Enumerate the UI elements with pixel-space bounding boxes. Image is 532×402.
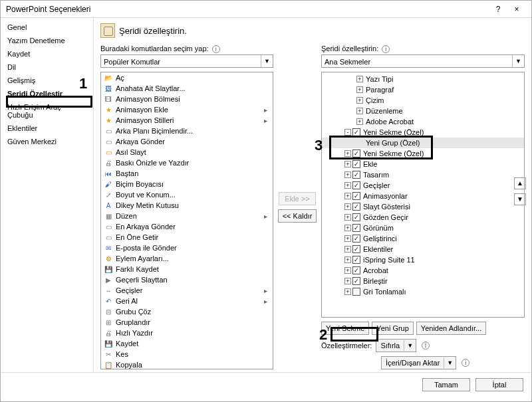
- command-item[interactable]: ⏮Baştan: [101, 168, 273, 179]
- tree-row[interactable]: +Yazı Tipi: [322, 74, 524, 84]
- checkbox[interactable]: ✓: [352, 181, 360, 189]
- command-item[interactable]: 📂Aç: [101, 72, 273, 83]
- expand-icon[interactable]: +: [344, 182, 351, 189]
- checkbox[interactable]: ✓: [352, 224, 360, 232]
- expand-icon[interactable]: +: [344, 288, 351, 295]
- checkbox[interactable]: [352, 288, 360, 296]
- reset-button[interactable]: Sıfırla ▼: [376, 339, 416, 352]
- tree-row[interactable]: +Çizim: [322, 95, 524, 106]
- remove-button[interactable]: << Kaldır: [278, 209, 317, 223]
- sidebar-item[interactable]: Hızlı Erişim Araç Çubuğu: [1, 100, 93, 122]
- checkbox[interactable]: ✓: [352, 256, 360, 264]
- sidebar-item[interactable]: Yazım Denetleme: [1, 34, 93, 47]
- tree-row[interactable]: +✓Eklentiler: [322, 244, 524, 254]
- command-item[interactable]: ⚙Eylem Ayarları...: [101, 253, 273, 264]
- expand-icon[interactable]: +: [356, 108, 363, 114]
- help-icon[interactable]: i: [422, 342, 430, 350]
- checkbox[interactable]: ✓: [352, 160, 360, 168]
- expand-icon[interactable]: +: [344, 246, 351, 252]
- sidebar-item[interactable]: Gelişmiş: [1, 74, 93, 87]
- add-button[interactable]: Ekle >>: [279, 192, 316, 205]
- expand-icon[interactable]: +: [344, 267, 351, 274]
- tree-row[interactable]: +Paragraf: [322, 84, 524, 95]
- move-up-button[interactable]: ▲: [514, 177, 526, 189]
- command-item[interactable]: ✂Kes: [101, 349, 273, 359]
- command-item[interactable]: 💾Kaydet: [101, 338, 273, 349]
- expand-icon[interactable]: +: [344, 171, 351, 178]
- command-item[interactable]: ▭Asıl Slayt: [101, 147, 273, 157]
- checkbox[interactable]: ✓: [352, 128, 360, 136]
- command-item[interactable]: ✉E-posta ile Gönder: [101, 243, 273, 253]
- tree-row[interactable]: +✓Geliştirinci: [322, 233, 524, 244]
- command-item[interactable]: 🖨Hızlı Yazdır: [101, 328, 273, 338]
- sidebar-item[interactable]: Güven Merkezi: [1, 135, 93, 148]
- checkbox[interactable]: ✓: [352, 245, 360, 253]
- help-button[interactable]: ?: [489, 1, 507, 18]
- checkbox[interactable]: ✓: [352, 203, 360, 211]
- rename-button[interactable]: Yeniden Adlandır...: [416, 322, 486, 335]
- import-export-button[interactable]: İçeri/Dışarı Aktar ▼: [381, 356, 456, 369]
- sidebar-item[interactable]: Genel: [1, 21, 93, 34]
- checkbox[interactable]: ✓: [352, 150, 360, 157]
- tree-row[interactable]: +✓Tasarım: [322, 169, 524, 180]
- help-icon[interactable]: i: [382, 45, 390, 53]
- expand-icon[interactable]: +: [356, 97, 363, 104]
- command-item[interactable]: ADikey Metin Kutusu: [101, 200, 273, 211]
- cancel-button[interactable]: İptal: [475, 378, 523, 391]
- command-item[interactable]: ▶Geçerli Slayttan: [101, 274, 273, 285]
- command-item[interactable]: 📋Kopyala: [101, 359, 273, 369]
- checkbox[interactable]: ✓: [352, 213, 360, 221]
- command-item[interactable]: 🖼Anahata Ait Slaytlar...: [101, 83, 273, 94]
- tree-row[interactable]: +✓Acrobat: [322, 265, 524, 276]
- ribbon-tree[interactable]: +Yazı Tipi+Paragraf+Çizim+Düzenleme+Adob…: [321, 72, 525, 318]
- command-item[interactable]: ▭Arkaya Gönder: [101, 136, 273, 147]
- tree-row[interactable]: +✓Yeni Sekme (Özel): [322, 148, 524, 159]
- tree-row[interactable]: -✓Yeni Sekme (Özel): [322, 127, 524, 138]
- command-item[interactable]: ★Animasyon Stilleri▸: [101, 115, 273, 126]
- tree-row[interactable]: +Gri Tonlamalı: [322, 286, 524, 297]
- expand-icon[interactable]: +: [344, 203, 351, 210]
- sidebar-item[interactable]: Dil: [1, 60, 93, 74]
- expand-icon[interactable]: +: [356, 76, 363, 82]
- new-group-button[interactable]: Yeni Grup: [372, 322, 414, 335]
- checkbox[interactable]: ✓: [352, 266, 360, 274]
- tree-row[interactable]: +✓Animasyonlar: [322, 191, 524, 201]
- command-item[interactable]: 🖌Biçim Boyacısı: [101, 179, 273, 189]
- close-button[interactable]: ×: [507, 1, 526, 18]
- ok-button[interactable]: Tamam: [422, 378, 470, 391]
- expand-icon[interactable]: +: [344, 150, 351, 157]
- expand-icon[interactable]: +: [344, 161, 351, 167]
- tree-row[interactable]: +✓Ekle: [322, 159, 524, 169]
- command-item[interactable]: ⊞Gruplandır: [101, 317, 273, 328]
- command-item[interactable]: 🎞Animasyon Bölmesi: [101, 94, 273, 104]
- tree-row[interactable]: +Adobe Acrobat: [322, 116, 524, 127]
- expand-icon[interactable]: +: [344, 193, 351, 199]
- expand-icon[interactable]: +: [356, 118, 363, 125]
- command-item[interactable]: ★Animasyon Ekle▸: [101, 104, 273, 115]
- command-item[interactable]: ⊟Grubu Çöz: [101, 306, 273, 317]
- checkbox[interactable]: ✓: [352, 171, 360, 179]
- tree-row[interactable]: +✓Slayt Gösterisi: [322, 201, 524, 212]
- checkbox[interactable]: ✓: [352, 277, 360, 285]
- tree-row[interactable]: +Düzenleme: [322, 106, 524, 116]
- commands-listbox[interactable]: 📂Aç🖼Anahata Ait Slaytlar...🎞Animasyon Bö…: [100, 72, 273, 369]
- tree-row[interactable]: +✓Birleştir: [322, 276, 524, 286]
- sidebar-item[interactable]: Kaydet: [1, 47, 93, 60]
- sidebar-item[interactable]: Şeridi Özelleştir: [1, 87, 93, 100]
- command-item[interactable]: ⤢Boyut ve Konum...: [101, 189, 273, 200]
- new-tab-button[interactable]: Yeni Sekme: [321, 322, 369, 335]
- tree-row[interactable]: +✓Gözden Geçir: [322, 212, 524, 223]
- commands-from-dropdown[interactable]: Popüler Komutlar ▼: [100, 54, 273, 68]
- expand-icon[interactable]: +: [344, 256, 351, 263]
- expand-icon[interactable]: +: [344, 214, 351, 221]
- checkbox[interactable]: ✓: [352, 235, 360, 243]
- expand-icon[interactable]: +: [344, 235, 351, 242]
- tree-row[interactable]: +✓Görünüm: [322, 223, 524, 233]
- ribbon-tabs-dropdown[interactable]: Ana Sekmeler ▼: [321, 54, 525, 68]
- help-icon[interactable]: i: [462, 359, 469, 367]
- command-item[interactable]: 🖨Baskı Önizle ve Yazdır: [101, 157, 273, 168]
- command-item[interactable]: ▭En Öne Getir: [101, 232, 273, 243]
- expand-icon[interactable]: +: [344, 278, 351, 284]
- checkbox[interactable]: ✓: [352, 192, 360, 200]
- tree-row[interactable]: Yeni Grup (Özel): [322, 138, 524, 148]
